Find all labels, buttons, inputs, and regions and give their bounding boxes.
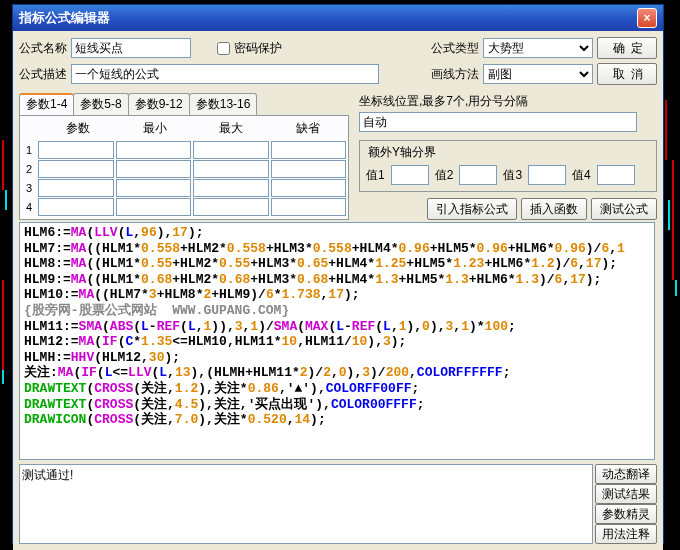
param-cell-input[interactable] — [193, 160, 269, 178]
param-tab-4[interactable]: 参数13-16 — [189, 93, 258, 115]
param-row-num: 2 — [22, 163, 36, 175]
param-cell-input[interactable] — [193, 141, 269, 159]
extra-y-title: 额外Y轴分界 — [366, 144, 438, 161]
v3-label: 值3 — [503, 167, 522, 184]
side-button[interactable]: 用法注释 — [595, 524, 657, 544]
side-button[interactable]: 动态翻译 — [595, 464, 657, 484]
draw-method-label: 画线方法 — [431, 66, 479, 83]
code-editor[interactable]: HLM6:=MA(LLV(L,96),17);HLM7:=MA((HLM1*0.… — [19, 222, 655, 460]
param-tab-3[interactable]: 参数9-12 — [128, 93, 190, 115]
param-cell-input[interactable] — [116, 160, 192, 178]
param-cell-input[interactable] — [38, 198, 114, 216]
param-header: 参数 — [40, 120, 117, 137]
param-cell-input[interactable] — [38, 179, 114, 197]
v4-label: 值4 — [572, 167, 591, 184]
param-cell-input[interactable] — [116, 198, 192, 216]
editor-window: 指标公式编辑器 × 公式名称 密码保护 公式类型 大势型 确定 公式描述 画线方… — [12, 4, 664, 544]
v3-input[interactable] — [528, 165, 566, 185]
titlebar[interactable]: 指标公式编辑器 × — [13, 5, 663, 31]
formula-type-select[interactable]: 大势型 — [483, 38, 593, 58]
param-cell-input[interactable] — [116, 141, 192, 159]
window-title: 指标公式编辑器 — [19, 9, 110, 27]
draw-method-select[interactable]: 副图 — [483, 64, 593, 84]
formula-desc-input[interactable] — [71, 64, 379, 84]
param-cell-input[interactable] — [271, 141, 347, 159]
v1-input[interactable] — [391, 165, 429, 185]
param-cell-input[interactable] — [271, 179, 347, 197]
v4-input[interactable] — [597, 165, 635, 185]
test-formula-button[interactable]: 测试公式 — [591, 198, 657, 220]
param-header: 最小 — [117, 120, 194, 137]
coord-label: 坐标线位置,最多7个,用分号分隔 — [359, 94, 528, 108]
extra-y-fieldset: 额外Y轴分界 值1 值2 值3 值4 — [359, 140, 657, 192]
param-header: 最大 — [193, 120, 270, 137]
param-row-num: 1 — [22, 144, 36, 156]
message-area: 测试通过! — [19, 464, 593, 544]
param-cell-input[interactable] — [271, 198, 347, 216]
formula-name-label: 公式名称 — [19, 40, 67, 57]
import-formula-button[interactable]: 引入指标公式 — [427, 198, 517, 220]
v2-label: 值2 — [435, 167, 454, 184]
formula-type-label: 公式类型 — [431, 40, 479, 57]
param-cell-input[interactable] — [38, 160, 114, 178]
side-button[interactable]: 参数精灵 — [595, 504, 657, 524]
formula-name-input[interactable] — [71, 38, 191, 58]
password-protect-label: 密码保护 — [234, 40, 282, 57]
param-cell-input[interactable] — [116, 179, 192, 197]
v2-input[interactable] — [459, 165, 497, 185]
param-row-num: 4 — [22, 201, 36, 213]
ok-button[interactable]: 确定 — [597, 37, 657, 59]
insert-function-button[interactable]: 插入函数 — [521, 198, 587, 220]
param-cell-input[interactable] — [193, 179, 269, 197]
param-cell-input[interactable] — [193, 198, 269, 216]
v1-label: 值1 — [366, 167, 385, 184]
password-protect-checkbox[interactable] — [217, 42, 230, 55]
param-tab-2[interactable]: 参数5-8 — [73, 93, 128, 115]
param-cell-input[interactable] — [271, 160, 347, 178]
close-button[interactable]: × — [637, 8, 657, 28]
formula-desc-label: 公式描述 — [19, 66, 67, 83]
param-cell-input[interactable] — [38, 141, 114, 159]
param-header: 缺省 — [270, 120, 347, 137]
cancel-button[interactable]: 取消 — [597, 63, 657, 85]
param-tab-1[interactable]: 参数1-4 — [19, 93, 74, 115]
coord-input[interactable] — [359, 112, 637, 132]
param-row-num: 3 — [22, 182, 36, 194]
side-button[interactable]: 测试结果 — [595, 484, 657, 504]
